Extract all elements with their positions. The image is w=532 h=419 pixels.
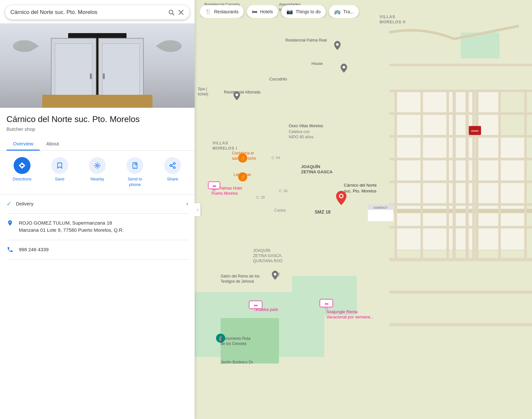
svg-rect-40 [448, 204, 474, 227]
nearby-icon-circle [89, 157, 106, 174]
send-to-phone-button[interactable]: Send to phone [120, 157, 150, 188]
svg-text:Caoba: Caoba [274, 208, 286, 213]
svg-point-10 [96, 165, 98, 166]
collapse-panel-button[interactable]: ‹ [195, 203, 200, 216]
svg-text:C. 39: C. 39 [256, 195, 265, 199]
delivery-arrow-icon: › [186, 200, 188, 207]
svg-rect-37 [500, 182, 526, 204]
svg-text:Testigos de Jehová: Testigos de Jehová [221, 279, 254, 284]
directions-button[interactable]: Directions [7, 157, 37, 188]
things-to-do-label: Things to do [296, 9, 320, 14]
camera-icon: 📷 [286, 8, 293, 15]
svg-line-17 [172, 164, 174, 165]
svg-text:🍴: 🍴 [240, 156, 245, 161]
svg-text:NIDO 80 años.: NIDO 80 años. [289, 135, 314, 139]
svg-text:🗿: 🗿 [218, 336, 223, 341]
filter-restaurants[interactable]: 🍴 Restaurants [200, 5, 244, 18]
phone-row: 998 246 4339 [6, 240, 188, 260]
svg-point-4 [13, 40, 36, 52]
svg-point-131 [336, 43, 339, 46]
hotels-icon: 🛏 [252, 9, 257, 15]
svg-text:Residencial Alborada: Residencial Alborada [224, 90, 260, 94]
map-panel[interactable]: 🍴 Restaurants 🛏 Hotels 📷 Things to do 🚌 … [195, 0, 532, 419]
directions-icon-circle [14, 157, 30, 174]
svg-text:Seajungle Renta: Seajungle Renta [326, 309, 358, 314]
svg-text:JOAQUÍN: JOAQUÍN [253, 248, 270, 253]
svg-text:suc. Pto. Morelos: suc. Pto. Morelos [344, 189, 377, 193]
nearby-label: Nearby [91, 177, 104, 182]
left-panel: Cárnico del Norte suc. Pto. Morelos Butc… [0, 0, 195, 419]
svg-text:MORELOS I: MORELOS I [212, 146, 237, 151]
search-button[interactable] [168, 9, 175, 16]
save-label: Save [55, 177, 65, 182]
svg-rect-20 [292, 276, 357, 315]
svg-text:Jardín Botánico Dr.: Jardín Botánico Dr. [221, 360, 254, 364]
svg-rect-25 [448, 136, 474, 159]
svg-rect-38 [396, 204, 422, 227]
svg-text:🛏: 🛏 [254, 303, 258, 307]
svg-text:Vacacional por semana...: Vacacional por semana... [326, 314, 374, 319]
svg-text:QUINTANA ROO: QUINTANA ROO [253, 259, 283, 263]
svg-text:C. 56: C. 56 [279, 189, 287, 193]
svg-point-133 [236, 93, 238, 96]
address-row: ROJO GOMEZ TULUM, Supermanzana 18Manzana… [6, 214, 188, 240]
svg-rect-28 [396, 159, 422, 182]
place-info: Cárnico del Norte suc. Pto. Morelos Butc… [0, 108, 195, 137]
send-to-phone-label: Send to phone [128, 177, 142, 188]
svg-text:🍴: 🍴 [240, 175, 245, 179]
svg-marker-8 [156, 43, 161, 49]
restaurants-label: Restaurants [214, 9, 238, 14]
filter-hotels[interactable]: 🛏 Hotels [247, 5, 278, 18]
save-button[interactable]: Save [45, 157, 74, 188]
svg-point-141 [340, 195, 343, 197]
place-type: Butcher shop [6, 126, 188, 132]
search-input[interactable] [10, 9, 165, 16]
svg-text:ZETINA GASCA,: ZETINA GASCA, [253, 253, 283, 258]
svg-rect-33 [396, 182, 422, 204]
search-bar [5, 5, 189, 19]
filter-things-to-do[interactable]: 📷 Things to do [281, 5, 326, 18]
svg-text:ZETINA GASCA: ZETINA GASCA [301, 169, 333, 174]
svg-text:Spa (: Spa ( [198, 87, 207, 91]
svg-rect-47 [500, 227, 526, 250]
svg-text:Celebra con: Celebra con [289, 129, 310, 134]
svg-text:kchel): kchel) [198, 92, 208, 96]
action-buttons-row: Directions Save Nearby [0, 151, 195, 194]
svg-rect-32 [500, 159, 526, 182]
transit-icon: 🚌 [334, 8, 341, 15]
svg-text:Salón del Reino de los: Salón del Reino de los [221, 274, 260, 278]
filter-transit[interactable]: 🚌 Tra... [329, 5, 359, 18]
place-photo [0, 23, 195, 108]
map-filters: 🍴 Restaurants 🛏 Hotels 📷 Things to do 🚌 … [200, 5, 527, 18]
tab-about[interactable]: About [40, 137, 66, 150]
svg-rect-21 [221, 318, 279, 364]
svg-point-7 [159, 40, 182, 52]
svg-rect-29 [422, 159, 448, 182]
address-icon [6, 220, 14, 227]
delivery-label: Delivery [16, 201, 186, 206]
svg-point-0 [169, 10, 173, 14]
svg-rect-35 [448, 182, 474, 204]
info-section: ✓ Delivery › ROJO GOMEZ TULUM, Supermanz… [0, 194, 195, 260]
transit-label: Tra... [343, 9, 354, 14]
svg-text:🛏: 🛏 [325, 302, 328, 305]
svg-text:VILLAS: VILLAS [212, 141, 228, 145]
send-to-phone-icon-circle [127, 157, 143, 174]
svg-rect-30 [448, 159, 474, 182]
svg-point-9 [177, 43, 179, 45]
nearby-button[interactable]: Nearby [83, 157, 112, 188]
clear-search-button[interactable] [178, 9, 184, 16]
svg-text:SMZ 18: SMZ 18 [315, 209, 331, 215]
share-button[interactable]: Share [158, 157, 187, 188]
svg-rect-45 [448, 227, 474, 250]
svg-rect-39 [422, 204, 448, 227]
svg-text:Cocodrilo: Cocodrilo [269, 77, 287, 81]
svg-text:Cárnico del Norte: Cárnico del Norte [344, 183, 377, 188]
svg-text:CONTACT: CONTACT [374, 206, 388, 209]
delivery-row[interactable]: ✓ Delivery › [6, 194, 188, 214]
svg-rect-34 [422, 182, 448, 204]
svg-text:MORELOS II: MORELOS II [380, 20, 406, 24]
phone-text[interactable]: 998 246 4339 [19, 246, 188, 253]
tab-overview[interactable]: Overview [6, 137, 40, 150]
svg-marker-5 [34, 43, 39, 49]
